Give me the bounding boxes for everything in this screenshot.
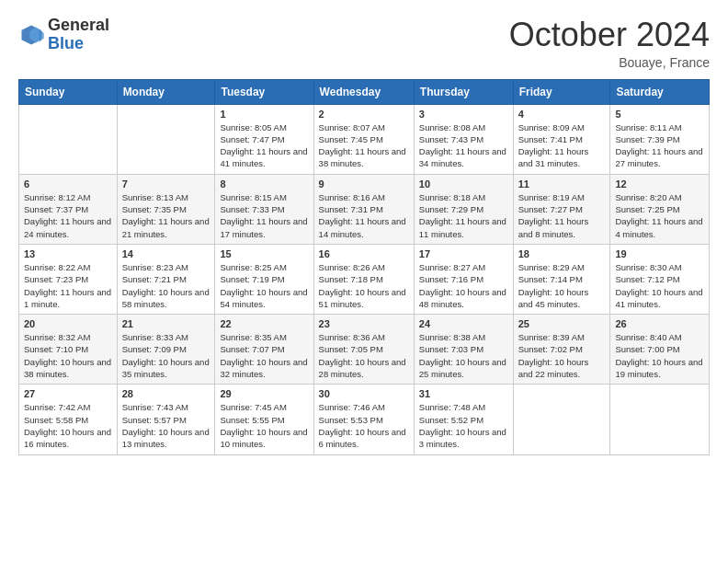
day-number: 31 [419,388,508,399]
day-info: Sunrise: 8:12 AM Sunset: 7:37 PM Dayligh… [24,191,112,240]
day-info: Sunrise: 8:26 AM Sunset: 7:18 PM Dayligh… [319,261,409,310]
day-number: 25 [518,318,606,329]
day-number: 17 [419,248,508,259]
calendar-day-header: Friday [513,79,610,104]
day-info: Sunrise: 7:42 AM Sunset: 5:58 PM Dayligh… [24,401,112,450]
calendar-cell: 15Sunrise: 8:25 AM Sunset: 7:19 PM Dayli… [215,244,313,314]
day-info: Sunrise: 8:07 AM Sunset: 7:45 PM Dayligh… [319,121,409,170]
day-info: Sunrise: 8:11 AM Sunset: 7:39 PM Dayligh… [615,121,704,170]
day-number: 28 [122,388,210,399]
day-number: 11 [518,178,606,190]
day-info: Sunrise: 8:27 AM Sunset: 7:16 PM Dayligh… [419,261,508,310]
calendar-week-row: 20Sunrise: 8:32 AM Sunset: 7:10 PM Dayli… [19,315,710,385]
calendar-cell [513,385,610,454]
day-number: 30 [319,388,409,399]
calendar-cell: 22Sunrise: 8:35 AM Sunset: 7:07 PM Dayli… [215,315,313,385]
calendar-cell: 9Sunrise: 8:16 AM Sunset: 7:31 PM Daylig… [313,174,414,244]
day-info: Sunrise: 8:23 AM Sunset: 7:21 PM Dayligh… [122,261,210,310]
calendar-cell: 20Sunrise: 8:32 AM Sunset: 7:10 PM Dayli… [19,315,118,385]
day-info: Sunrise: 8:08 AM Sunset: 7:43 PM Dayligh… [419,121,508,170]
day-info: Sunrise: 7:43 AM Sunset: 5:57 PM Dayligh… [122,401,210,450]
calendar-cell: 6Sunrise: 8:12 AM Sunset: 7:37 PM Daylig… [19,174,118,244]
day-info: Sunrise: 8:19 AM Sunset: 7:27 PM Dayligh… [518,191,606,240]
location: Bouaye, France [509,55,710,70]
calendar-cell: 31Sunrise: 7:48 AM Sunset: 5:52 PM Dayli… [414,385,513,454]
day-number: 18 [518,248,606,259]
day-info: Sunrise: 8:25 AM Sunset: 7:19 PM Dayligh… [220,261,308,310]
calendar-day-header: Saturday [610,79,710,104]
calendar-cell: 13Sunrise: 8:22 AM Sunset: 7:23 PM Dayli… [19,244,118,314]
logo-blue-text: Blue [48,34,84,52]
day-info: Sunrise: 8:05 AM Sunset: 7:47 PM Dayligh… [220,121,308,170]
calendar-week-row: 1Sunrise: 8:05 AM Sunset: 7:47 PM Daylig… [19,104,710,174]
day-number: 29 [220,388,308,399]
day-number: 21 [122,318,210,329]
day-number: 14 [122,248,210,259]
day-number: 19 [615,248,704,259]
calendar-cell: 25Sunrise: 8:39 AM Sunset: 7:02 PM Dayli… [513,315,610,385]
calendar-cell: 2Sunrise: 8:07 AM Sunset: 7:45 PM Daylig… [313,104,414,174]
calendar-cell: 17Sunrise: 8:27 AM Sunset: 7:16 PM Dayli… [414,244,513,314]
calendar-cell: 24Sunrise: 8:38 AM Sunset: 7:03 PM Dayli… [414,315,513,385]
calendar-day-header: Sunday [19,79,118,104]
day-info: Sunrise: 8:18 AM Sunset: 7:29 PM Dayligh… [419,191,508,240]
calendar-table: SundayMondayTuesdayWednesdayThursdayFrid… [18,79,710,455]
day-info: Sunrise: 8:15 AM Sunset: 7:33 PM Dayligh… [220,191,308,240]
calendar-cell: 27Sunrise: 7:42 AM Sunset: 5:58 PM Dayli… [19,385,118,454]
day-info: Sunrise: 8:16 AM Sunset: 7:31 PM Dayligh… [319,191,409,240]
calendar-cell: 4Sunrise: 8:09 AM Sunset: 7:41 PM Daylig… [513,104,610,174]
calendar-cell: 7Sunrise: 8:13 AM Sunset: 7:35 PM Daylig… [117,174,215,244]
calendar-cell [117,104,215,174]
calendar-day-header: Wednesday [313,79,414,104]
day-info: Sunrise: 8:38 AM Sunset: 7:03 PM Dayligh… [419,331,508,380]
page: General Blue October 2024 Bouaye, France… [0,0,728,563]
day-info: Sunrise: 8:36 AM Sunset: 7:05 PM Dayligh… [319,331,409,380]
calendar-week-row: 27Sunrise: 7:42 AM Sunset: 5:58 PM Dayli… [19,385,710,454]
calendar-cell: 10Sunrise: 8:18 AM Sunset: 7:29 PM Dayli… [414,174,513,244]
logo-general-text: General [48,16,109,34]
day-number: 15 [220,248,308,259]
day-number: 7 [122,178,210,190]
day-number: 20 [24,318,112,329]
calendar-cell: 11Sunrise: 8:19 AM Sunset: 7:27 PM Dayli… [513,174,610,244]
logo: General Blue [18,17,109,53]
day-number: 23 [319,318,409,329]
calendar-cell: 30Sunrise: 7:46 AM Sunset: 5:53 PM Dayli… [313,385,414,454]
calendar-cell: 8Sunrise: 8:15 AM Sunset: 7:33 PM Daylig… [215,174,313,244]
day-info: Sunrise: 8:09 AM Sunset: 7:41 PM Dayligh… [518,121,606,170]
calendar-day-header: Thursday [414,79,513,104]
day-number: 9 [319,178,409,190]
calendar-cell [19,104,118,174]
day-info: Sunrise: 8:22 AM Sunset: 7:23 PM Dayligh… [24,261,112,310]
day-info: Sunrise: 8:20 AM Sunset: 7:25 PM Dayligh… [615,191,704,240]
day-info: Sunrise: 8:33 AM Sunset: 7:09 PM Dayligh… [122,331,210,380]
day-info: Sunrise: 8:39 AM Sunset: 7:02 PM Dayligh… [518,331,606,380]
day-info: Sunrise: 8:30 AM Sunset: 7:12 PM Dayligh… [615,261,704,310]
day-number: 2 [319,109,409,120]
calendar-day-header: Tuesday [215,79,313,104]
calendar-week-row: 6Sunrise: 8:12 AM Sunset: 7:37 PM Daylig… [19,174,710,244]
day-number: 24 [419,318,508,329]
logo-text: General Blue [48,17,109,53]
day-number: 26 [615,318,704,329]
calendar-header-row: SundayMondayTuesdayWednesdayThursdayFrid… [19,79,710,104]
day-number: 4 [518,109,606,120]
day-number: 12 [615,178,704,190]
calendar-day-header: Monday [117,79,215,104]
calendar-cell: 19Sunrise: 8:30 AM Sunset: 7:12 PM Dayli… [610,244,710,314]
calendar-cell: 1Sunrise: 8:05 AM Sunset: 7:47 PM Daylig… [215,104,313,174]
calendar-cell: 18Sunrise: 8:29 AM Sunset: 7:14 PM Dayli… [513,244,610,314]
day-number: 3 [419,109,508,120]
day-info: Sunrise: 8:13 AM Sunset: 7:35 PM Dayligh… [122,191,210,240]
day-info: Sunrise: 7:46 AM Sunset: 5:53 PM Dayligh… [319,401,409,450]
calendar-cell: 5Sunrise: 8:11 AM Sunset: 7:39 PM Daylig… [610,104,710,174]
calendar-cell: 12Sunrise: 8:20 AM Sunset: 7:25 PM Dayli… [610,174,710,244]
calendar-cell: 21Sunrise: 8:33 AM Sunset: 7:09 PM Dayli… [117,315,215,385]
calendar-cell: 23Sunrise: 8:36 AM Sunset: 7:05 PM Dayli… [313,315,414,385]
day-number: 6 [24,178,112,190]
day-number: 8 [220,178,308,190]
day-info: Sunrise: 8:29 AM Sunset: 7:14 PM Dayligh… [518,261,606,310]
day-info: Sunrise: 8:40 AM Sunset: 7:00 PM Dayligh… [615,331,704,380]
day-info: Sunrise: 8:35 AM Sunset: 7:07 PM Dayligh… [220,331,308,380]
day-number: 1 [220,109,308,120]
